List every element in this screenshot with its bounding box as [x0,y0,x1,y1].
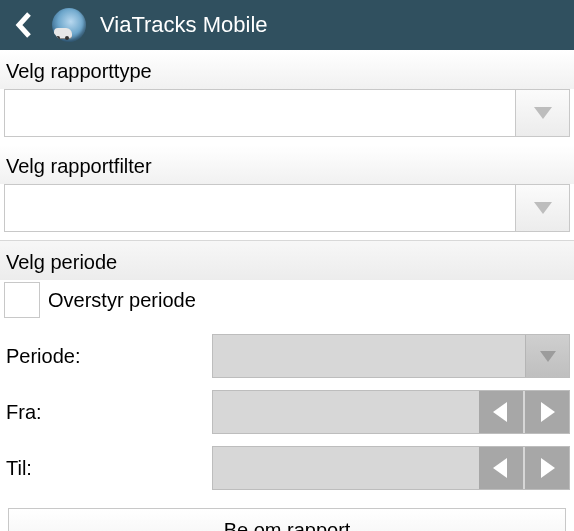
to-value [213,447,479,489]
svg-marker-4 [541,402,555,422]
to-field-label: Til: [4,457,204,480]
to-prev-button[interactable] [479,447,523,489]
report-filter-select[interactable] [4,184,570,232]
chevron-down-icon [534,202,552,214]
period-section-label: Velg periode [0,240,574,280]
period-value [213,335,525,377]
triangle-left-icon [493,402,509,422]
from-prev-button[interactable] [479,391,523,433]
report-type-label: Velg rapporttype [0,50,574,89]
override-period-checkbox[interactable] [4,282,40,318]
svg-marker-1 [534,202,552,214]
back-button[interactable] [10,11,38,39]
report-filter-value [5,185,515,231]
from-row: Fra: [0,390,574,446]
app-header: ViaTracks Mobile [0,0,574,50]
override-period-label: Overstyr periode [48,289,196,312]
chevron-down-icon [534,107,552,119]
period-row: Periode: [0,334,574,390]
triangle-right-icon [539,402,555,422]
from-value [213,391,479,433]
svg-marker-0 [534,107,552,119]
svg-marker-2 [540,351,556,362]
from-stepper[interactable] [212,390,570,434]
report-filter-dropdown-arrow[interactable] [515,185,569,231]
app-logo-icon [52,8,86,42]
to-next-button[interactable] [525,447,569,489]
override-period-row: Overstyr periode [0,280,574,334]
report-type-select[interactable] [4,89,570,137]
app-title: ViaTracks Mobile [100,12,268,38]
period-select[interactable] [212,334,570,378]
chevron-left-icon [14,11,34,39]
request-report-label: Be om rapport [224,519,351,532]
chevron-down-icon [540,351,556,362]
svg-marker-5 [493,458,507,478]
period-dropdown-arrow[interactable] [525,335,569,377]
from-field-label: Fra: [4,401,204,424]
report-type-value [5,90,515,136]
svg-marker-6 [541,458,555,478]
triangle-right-icon [539,458,555,478]
svg-marker-3 [493,402,507,422]
triangle-left-icon [493,458,509,478]
report-type-dropdown-arrow[interactable] [515,90,569,136]
to-stepper[interactable] [212,446,570,490]
request-report-button[interactable]: Be om rapport [8,508,566,531]
period-field-label: Periode: [4,345,204,368]
report-filter-label: Velg rapportfilter [0,145,574,184]
to-row: Til: [0,446,574,502]
from-next-button[interactable] [525,391,569,433]
